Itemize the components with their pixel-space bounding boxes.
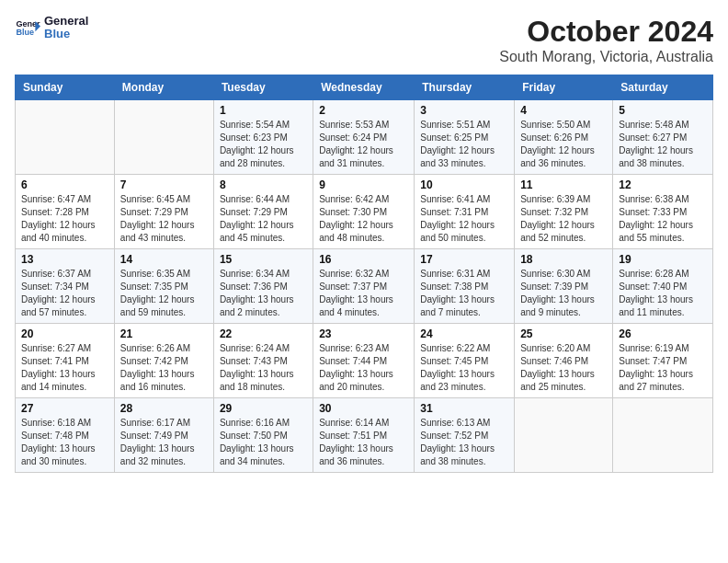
day-detail: Sunrise: 5:50 AM Sunset: 6:26 PM Dayligh… — [520, 119, 607, 170]
calendar-cell: 6Sunrise: 6:47 AM Sunset: 7:28 PM Daylig… — [16, 175, 115, 249]
title-section: October 2024 South Morang, Victoria, Aus… — [499, 15, 713, 65]
day-number: 10 — [420, 178, 508, 191]
calendar-title: October 2024 — [499, 15, 713, 49]
calendar-cell — [613, 398, 713, 473]
svg-text:Blue: Blue — [16, 29, 34, 38]
calendar-cell: 26Sunrise: 6:19 AM Sunset: 7:47 PM Dayli… — [613, 324, 713, 398]
calendar-week-row: 1Sunrise: 5:54 AM Sunset: 6:23 PM Daylig… — [16, 100, 713, 175]
day-number: 7 — [120, 178, 208, 191]
calendar-cell: 21Sunrise: 6:26 AM Sunset: 7:42 PM Dayli… — [114, 324, 213, 398]
calendar-cell: 10Sunrise: 6:41 AM Sunset: 7:31 PM Dayli… — [415, 175, 515, 249]
day-detail: Sunrise: 6:44 AM Sunset: 7:29 PM Dayligh… — [220, 193, 307, 245]
calendar-cell — [114, 100, 213, 175]
day-detail: Sunrise: 5:48 AM Sunset: 6:27 PM Dayligh… — [619, 119, 707, 170]
day-number: 21 — [120, 327, 208, 340]
day-detail: Sunrise: 5:53 AM Sunset: 6:24 PM Dayligh… — [319, 119, 408, 170]
calendar-cell: 16Sunrise: 6:32 AM Sunset: 7:37 PM Dayli… — [313, 249, 415, 324]
logo-text-line2: Blue — [44, 28, 88, 40]
calendar-cell: 31Sunrise: 6:13 AM Sunset: 7:52 PM Dayli… — [415, 398, 515, 473]
calendar-cell: 17Sunrise: 6:31 AM Sunset: 7:38 PM Dayli… — [415, 249, 515, 324]
calendar-cell: 18Sunrise: 6:30 AM Sunset: 7:39 PM Dayli… — [515, 249, 613, 324]
calendar-cell: 27Sunrise: 6:18 AM Sunset: 7:48 PM Dayli… — [16, 398, 115, 473]
calendar-cell: 12Sunrise: 6:38 AM Sunset: 7:33 PM Dayli… — [613, 175, 713, 249]
day-number: 28 — [120, 402, 208, 415]
day-detail: Sunrise: 6:14 AM Sunset: 7:51 PM Dayligh… — [319, 417, 408, 468]
day-number: 29 — [220, 402, 307, 415]
day-number: 15 — [220, 253, 307, 266]
day-number: 27 — [21, 402, 108, 415]
calendar-cell: 30Sunrise: 6:14 AM Sunset: 7:51 PM Dayli… — [313, 398, 415, 473]
day-detail: Sunrise: 5:51 AM Sunset: 6:25 PM Dayligh… — [420, 119, 508, 170]
day-number: 8 — [220, 178, 307, 191]
day-detail: Sunrise: 6:16 AM Sunset: 7:50 PM Dayligh… — [220, 417, 307, 468]
day-detail: Sunrise: 6:39 AM Sunset: 7:32 PM Dayligh… — [520, 193, 607, 245]
day-detail: Sunrise: 6:19 AM Sunset: 7:47 PM Dayligh… — [619, 342, 707, 394]
day-number: 2 — [319, 104, 408, 117]
day-number: 20 — [21, 327, 108, 340]
day-header: Monday — [114, 75, 213, 100]
calendar-subtitle: South Morang, Victoria, Australia — [499, 49, 713, 65]
calendar-cell: 24Sunrise: 6:22 AM Sunset: 7:45 PM Dayli… — [415, 324, 515, 398]
day-number: 18 — [520, 253, 607, 266]
logo-text-line1: General — [44, 15, 88, 28]
day-detail: Sunrise: 6:18 AM Sunset: 7:48 PM Dayligh… — [21, 417, 108, 468]
day-number: 9 — [319, 178, 408, 191]
day-header: Friday — [515, 75, 613, 100]
day-header: Tuesday — [213, 75, 313, 100]
day-number: 14 — [120, 253, 208, 266]
day-number: 19 — [619, 253, 707, 266]
day-detail: Sunrise: 5:54 AM Sunset: 6:23 PM Dayligh… — [220, 119, 307, 170]
day-detail: Sunrise: 6:35 AM Sunset: 7:35 PM Dayligh… — [120, 268, 208, 319]
calendar-cell: 23Sunrise: 6:23 AM Sunset: 7:44 PM Dayli… — [313, 324, 415, 398]
calendar-cell: 15Sunrise: 6:34 AM Sunset: 7:36 PM Dayli… — [213, 249, 313, 324]
day-header: Sunday — [16, 75, 115, 100]
day-detail: Sunrise: 6:32 AM Sunset: 7:37 PM Dayligh… — [319, 268, 408, 319]
calendar-week-row: 20Sunrise: 6:27 AM Sunset: 7:41 PM Dayli… — [16, 324, 713, 398]
day-header: Thursday — [415, 75, 515, 100]
day-detail: Sunrise: 6:22 AM Sunset: 7:45 PM Dayligh… — [420, 342, 508, 394]
day-number: 13 — [21, 253, 108, 266]
calendar-cell: 9Sunrise: 6:42 AM Sunset: 7:30 PM Daylig… — [313, 175, 415, 249]
calendar-cell: 5Sunrise: 5:48 AM Sunset: 6:27 PM Daylig… — [613, 100, 713, 175]
calendar-cell: 29Sunrise: 6:16 AM Sunset: 7:50 PM Dayli… — [213, 398, 313, 473]
calendar-cell: 19Sunrise: 6:28 AM Sunset: 7:40 PM Dayli… — [613, 249, 713, 324]
calendar-table: SundayMondayTuesdayWednesdayThursdayFrid… — [15, 75, 713, 473]
calendar-cell: 20Sunrise: 6:27 AM Sunset: 7:41 PM Dayli… — [16, 324, 115, 398]
logo-icon: General Blue — [15, 15, 40, 40]
calendar-week-row: 6Sunrise: 6:47 AM Sunset: 7:28 PM Daylig… — [16, 175, 713, 249]
day-detail: Sunrise: 6:24 AM Sunset: 7:43 PM Dayligh… — [220, 342, 307, 394]
calendar-cell: 28Sunrise: 6:17 AM Sunset: 7:49 PM Dayli… — [114, 398, 213, 473]
day-detail: Sunrise: 6:23 AM Sunset: 7:44 PM Dayligh… — [319, 342, 408, 394]
calendar-cell: 22Sunrise: 6:24 AM Sunset: 7:43 PM Dayli… — [213, 324, 313, 398]
day-detail: Sunrise: 6:28 AM Sunset: 7:40 PM Dayligh… — [619, 268, 707, 319]
day-number: 31 — [420, 402, 508, 415]
day-number: 30 — [319, 402, 408, 415]
day-header: Saturday — [613, 75, 713, 100]
day-detail: Sunrise: 6:34 AM Sunset: 7:36 PM Dayligh… — [220, 268, 307, 319]
day-number: 11 — [520, 178, 607, 191]
logo: General Blue General Blue — [15, 15, 88, 41]
calendar-cell — [16, 100, 115, 175]
calendar-cell: 25Sunrise: 6:20 AM Sunset: 7:46 PM Dayli… — [515, 324, 613, 398]
day-detail: Sunrise: 6:45 AM Sunset: 7:29 PM Dayligh… — [120, 193, 208, 245]
day-number: 6 — [21, 178, 108, 191]
day-detail: Sunrise: 6:38 AM Sunset: 7:33 PM Dayligh… — [619, 193, 707, 245]
calendar-cell: 1Sunrise: 5:54 AM Sunset: 6:23 PM Daylig… — [213, 100, 313, 175]
day-number: 4 — [520, 104, 607, 117]
calendar-header-row: SundayMondayTuesdayWednesdayThursdayFrid… — [16, 75, 713, 100]
day-detail: Sunrise: 6:41 AM Sunset: 7:31 PM Dayligh… — [420, 193, 508, 245]
calendar-cell: 3Sunrise: 5:51 AM Sunset: 6:25 PM Daylig… — [415, 100, 515, 175]
day-number: 25 — [520, 327, 607, 340]
day-number: 3 — [420, 104, 508, 117]
day-detail: Sunrise: 6:47 AM Sunset: 7:28 PM Dayligh… — [21, 193, 108, 245]
calendar-cell: 8Sunrise: 6:44 AM Sunset: 7:29 PM Daylig… — [213, 175, 313, 249]
day-detail: Sunrise: 6:30 AM Sunset: 7:39 PM Dayligh… — [520, 268, 607, 319]
day-detail: Sunrise: 6:17 AM Sunset: 7:49 PM Dayligh… — [120, 417, 208, 468]
calendar-week-row: 27Sunrise: 6:18 AM Sunset: 7:48 PM Dayli… — [16, 398, 713, 473]
day-number: 17 — [420, 253, 508, 266]
day-detail: Sunrise: 6:26 AM Sunset: 7:42 PM Dayligh… — [120, 342, 208, 394]
day-detail: Sunrise: 6:31 AM Sunset: 7:38 PM Dayligh… — [420, 268, 508, 319]
day-number: 1 — [220, 104, 307, 117]
calendar-cell: 14Sunrise: 6:35 AM Sunset: 7:35 PM Dayli… — [114, 249, 213, 324]
day-number: 26 — [619, 327, 707, 340]
